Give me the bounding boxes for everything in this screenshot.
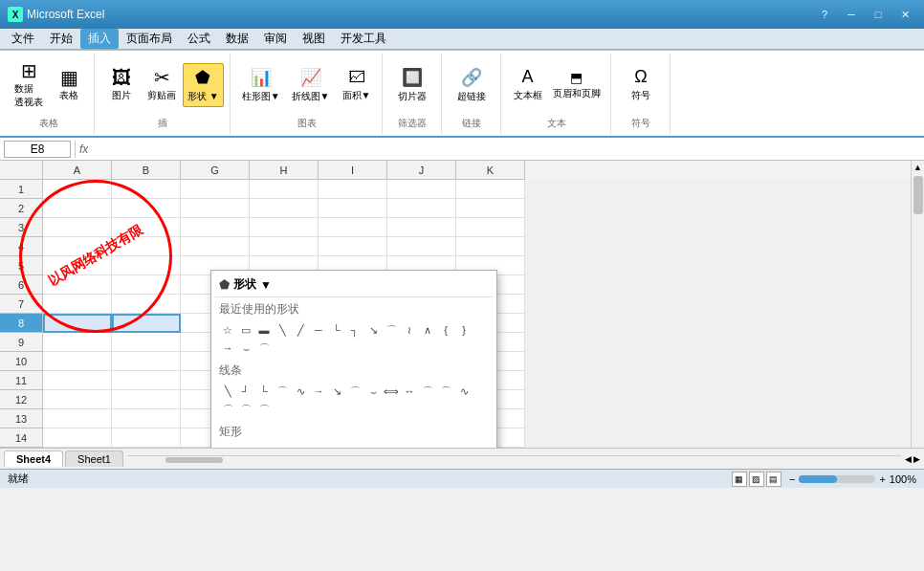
line-elbow2[interactable]: └ [255,383,273,400]
line-chart-button[interactable]: 📈 折线图▼ [288,64,334,106]
cell-B14[interactable] [112,428,181,448]
row-header-3[interactable]: 3 [0,218,43,237]
pivot-table-button[interactable]: ⊞ 数据透视表 [10,58,48,112]
cell-H3[interactable] [250,218,319,237]
row-header-11[interactable]: 11 [0,371,43,390]
cell-A4[interactable] [43,237,112,256]
cell-I1[interactable] [319,180,387,199]
col-header-K[interactable]: K [456,161,525,180]
col-header-B[interactable]: B [112,161,181,180]
h-scrollbar-thumb[interactable] [165,457,223,463]
line-curve2[interactable]: ⌒ [274,383,291,400]
cell-J4[interactable] [387,237,456,256]
cell-B7[interactable] [112,295,181,314]
line-straight[interactable]: ╲ [219,383,236,400]
row-header-7[interactable]: 7 [0,295,43,314]
minimize-button[interactable]: ─ [840,5,863,24]
picture-button[interactable]: 🖼 图片 [102,65,141,105]
line-curve3[interactable]: ∿ [292,383,309,400]
cell-A2[interactable] [43,199,112,218]
shape-brace1[interactable]: { [437,321,454,339]
cell-B3[interactable] [112,218,181,237]
help-button[interactable]: ? [813,5,836,24]
cell-B9[interactable] [112,333,181,352]
page-break-view-button[interactable]: ▤ [766,472,781,487]
cell-A1[interactable] [43,180,112,199]
cell-B12[interactable] [112,390,181,409]
cell-G1[interactable] [181,180,250,199]
row-header-1[interactable]: 1 [0,180,43,199]
rect-snip8[interactable]: ▭ [383,444,400,448]
cell-G2[interactable] [181,199,250,218]
symbol-button[interactable]: Ω 符号 [622,64,660,105]
rect-round[interactable]: ▭ [237,444,254,448]
cell-B11[interactable] [112,371,181,390]
shape-line1[interactable]: ╲ [274,321,291,339]
rect-snip4[interactable]: ▭ [310,444,327,448]
zoom-minus-button[interactable]: − [789,473,795,485]
row-header-13[interactable]: 13 [0,409,43,428]
row-header-5[interactable]: 5 [0,256,43,275]
line-arrow2[interactable]: ↘ [328,383,345,400]
shape-arrow-diag[interactable]: ↘ [364,321,382,339]
cell-A11[interactable] [43,371,112,390]
shape-line2[interactable]: ╱ [292,321,309,339]
line-elbow[interactable]: ┘ [237,383,254,400]
cell-B6[interactable] [112,275,181,295]
shape-line3[interactable]: ─ [310,321,327,339]
h-scroll-left[interactable]: ◀ [905,454,912,464]
cell-A5[interactable] [43,256,112,275]
line-curved4[interactable]: ⌒ [419,383,436,400]
cell-A9[interactable] [43,333,112,352]
normal-view-button[interactable]: ▦ [732,472,747,487]
shape-star[interactable]: ☆ [219,321,236,339]
formula-input[interactable] [92,142,920,157]
row-header-14[interactable]: 14 [0,428,43,448]
line-end1[interactable]: ⌒ [219,401,236,418]
cell-A10[interactable] [43,352,112,371]
rect-snip9[interactable]: ▭ [401,444,418,448]
cell-J2[interactable] [387,199,456,218]
col-header-I[interactable]: I [319,161,387,180]
col-header-A[interactable]: A [43,161,112,180]
table-button[interactable]: ▦ 表格 [50,65,88,105]
sheet-tab-sheet1[interactable]: Sheet1 [65,450,123,467]
cell-I2[interactable] [319,199,387,218]
scrollbar-thumb[interactable] [913,176,923,214]
header-footer-button[interactable]: ⬒ 页眉和页脚 [549,67,605,103]
cell-H1[interactable] [250,180,319,199]
layout-view-button[interactable]: ▨ [749,472,764,487]
menu-data[interactable]: 数据 [218,29,256,49]
cell-A14[interactable] [43,428,112,448]
cell-A6[interactable] [43,275,112,295]
line-free[interactable]: ⌒ [437,383,454,400]
line-end2[interactable]: ⌒ [237,401,254,418]
row-header-8[interactable]: 8 [0,314,43,333]
shapes-button[interactable]: ⬟ 形状 ▼ [183,63,224,107]
cell-H4[interactable] [250,237,319,256]
cell-B8[interactable] [112,314,181,333]
shape-arrow-r[interactable]: → [219,340,236,357]
col-header-J[interactable]: J [387,161,456,180]
row-header-12[interactable]: 12 [0,390,43,409]
menu-view[interactable]: 视图 [295,29,333,49]
restore-button[interactable]: □ [867,5,890,24]
h-scroll-right[interactable]: ▶ [913,454,920,464]
area-chart-button[interactable]: 🗠 面积▼ [338,64,376,105]
menu-formulas[interactable]: 公式 [180,29,218,49]
zoom-slider[interactable] [799,475,875,483]
line-end3[interactable]: ⌒ [255,401,273,418]
slicer-button[interactable]: 🔲 切片器 [393,64,431,106]
menu-devtools[interactable]: 开发工具 [333,29,394,49]
cell-B2[interactable] [112,199,181,218]
shape-curve1[interactable]: ⌒ [383,321,400,339]
cell-K1[interactable] [456,180,525,199]
shape-twoheadarrow[interactable]: ⌣ [237,340,254,357]
row-header-6[interactable]: 6 [0,275,43,295]
textbox-button[interactable]: A 文本框 [509,64,547,105]
rect-snip6[interactable]: ▭ [346,444,363,448]
cell-A3[interactable] [43,218,112,237]
menu-home[interactable]: 开始 [42,29,80,49]
cell-B13[interactable] [112,409,181,428]
cell-A13[interactable] [43,409,112,428]
